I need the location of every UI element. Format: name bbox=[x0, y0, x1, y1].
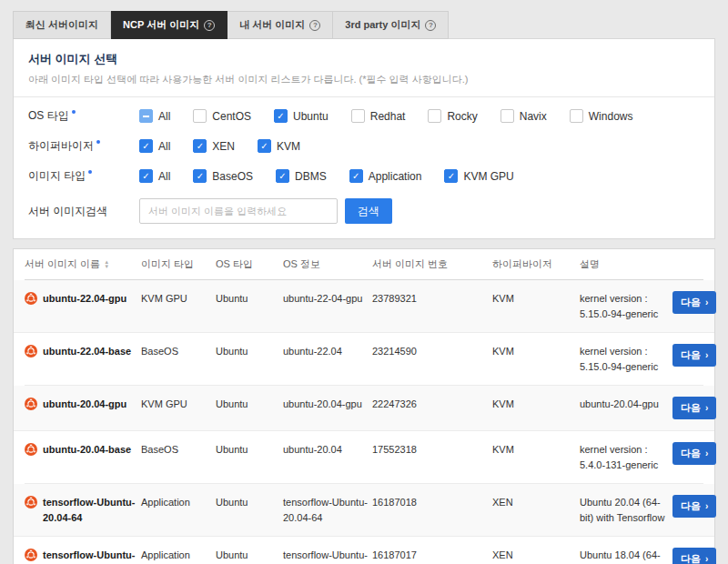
checkbox-option-application[interactable]: Application bbox=[349, 169, 422, 183]
image-name-text: tensorflow-Ubuntu-18.04-64 bbox=[43, 548, 137, 564]
checkbox-box[interactable] bbox=[193, 109, 207, 123]
os-type-cell: Ubuntu bbox=[216, 548, 279, 563]
checkbox-box[interactable] bbox=[351, 109, 365, 123]
checkbox-box[interactable] bbox=[444, 169, 458, 183]
action-cell: 다음 › bbox=[672, 442, 716, 465]
tab-label: NCP 서버 이미지 bbox=[123, 18, 199, 32]
checkbox-option-baseos[interactable]: BaseOS bbox=[193, 169, 253, 183]
checkbox-option-rocky[interactable]: Rocky bbox=[428, 109, 477, 123]
required-mark bbox=[88, 170, 92, 174]
next-button[interactable]: 다음 › bbox=[672, 344, 716, 367]
filter-label: 이미지 타입 bbox=[28, 168, 139, 184]
checkbox-option-navix[interactable]: Navix bbox=[500, 109, 547, 123]
next-button[interactable]: 다음 › bbox=[672, 495, 716, 518]
os-type-cell: Ubuntu bbox=[216, 344, 279, 359]
ubuntu-icon bbox=[25, 398, 37, 410]
checkbox-box[interactable] bbox=[349, 169, 363, 183]
table-row: tensorflow-Ubuntu-20.04-64 Application U… bbox=[14, 484, 714, 537]
sort-icon[interactable]: ▲ ▼ bbox=[104, 260, 109, 269]
checkbox-option-redhat[interactable]: Redhat bbox=[351, 109, 406, 123]
checkbox-box[interactable] bbox=[139, 169, 153, 183]
checkbox-box[interactable] bbox=[193, 169, 207, 183]
checkbox-option-windows[interactable]: Windows bbox=[570, 109, 633, 123]
filter-label: 하이퍼바이저 bbox=[28, 138, 139, 154]
table-row: ubuntu-20.04-base BaseOS Ubuntu ubuntu-2… bbox=[25, 431, 703, 484]
next-button[interactable]: 다음 › bbox=[672, 442, 716, 465]
filter-label-text: 이미지 타입 bbox=[28, 168, 86, 184]
image-name-text: tensorflow-Ubuntu-20.04-64 bbox=[43, 495, 137, 525]
checkbox-option-kvm[interactable]: KVM bbox=[258, 139, 300, 153]
checkbox-label: Rocky bbox=[447, 110, 477, 123]
tab-my-server-image[interactable]: 내 서버 이미지 ? bbox=[228, 11, 333, 39]
column-header-image-type: 이미지 타입 bbox=[141, 257, 212, 271]
chevron-right-icon: › bbox=[705, 501, 708, 511]
checkbox-box[interactable] bbox=[258, 139, 271, 153]
checkbox-box[interactable] bbox=[139, 139, 153, 153]
next-button[interactable]: 다음 › bbox=[672, 548, 716, 564]
next-button[interactable]: 다음 › bbox=[672, 397, 716, 419]
server-image-name: tensorflow-Ubuntu-20.04-64 bbox=[25, 495, 137, 525]
os-info-cell: ubuntu-20.04-gpu bbox=[283, 397, 369, 412]
column-header-name[interactable]: 서버 이미지 이름 ▲ ▼ bbox=[25, 257, 137, 271]
filter-label: 서버 이미지검색 bbox=[28, 204, 139, 219]
os-type-options: All CentOS Ubuntu Redhat Rocky bbox=[139, 109, 632, 123]
checkbox-box[interactable] bbox=[428, 109, 441, 123]
chevron-right-icon: › bbox=[705, 297, 708, 307]
checkbox-box[interactable] bbox=[139, 109, 153, 123]
checkbox-option-dbms[interactable]: DBMS bbox=[276, 169, 327, 183]
next-button-label: 다음 bbox=[681, 348, 701, 362]
checkbox-option-all[interactable]: All bbox=[139, 169, 170, 183]
checkbox-option-ubuntu[interactable]: Ubuntu bbox=[274, 109, 329, 123]
image-no-cell: 16187018 bbox=[372, 495, 489, 510]
hypervisor-cell: XEN bbox=[492, 548, 576, 563]
checkbox-box[interactable] bbox=[500, 109, 514, 123]
description-cell: kernel version : 5.15.0-94-generic bbox=[580, 291, 669, 321]
next-button-label: 다음 bbox=[681, 401, 701, 415]
info-icon[interactable]: ? bbox=[425, 20, 436, 31]
image-name-text: ubuntu-22.04-gpu bbox=[43, 291, 126, 307]
action-cell: 다음 › bbox=[672, 397, 716, 419]
description-cell: Ubuntu 20.04 (64-bit) with Tensorflow bbox=[580, 495, 669, 525]
next-button[interactable]: 다음 › bbox=[672, 291, 716, 314]
checkbox-box[interactable] bbox=[274, 109, 288, 123]
checkbox-option-kvm-gpu[interactable]: KVM GPU bbox=[444, 169, 513, 183]
checkbox-option-centos[interactable]: CentOS bbox=[193, 109, 251, 123]
filter-label-text: OS 타입 bbox=[28, 108, 69, 124]
checkbox-label: Application bbox=[369, 170, 422, 183]
image-type-cell: Application bbox=[141, 495, 212, 510]
ubuntu-icon bbox=[25, 292, 37, 305]
table-row: tensorflow-Ubuntu-18.04-64 Application U… bbox=[25, 537, 703, 564]
action-cell: 다음 › bbox=[672, 291, 716, 314]
checkbox-label: CentOS bbox=[212, 110, 251, 123]
required-mark bbox=[72, 110, 76, 114]
checkbox-box[interactable] bbox=[570, 109, 583, 123]
panel-title: 서버 이미지 선택 bbox=[28, 51, 700, 67]
hypervisor-cell: KVM bbox=[492, 397, 576, 412]
filter-row-image-type: 이미지 타입 All BaseOS DBMS Applica bbox=[28, 161, 700, 191]
hypervisor-cell: XEN bbox=[492, 495, 576, 510]
info-icon[interactable]: ? bbox=[204, 20, 215, 31]
server-image-search-input[interactable] bbox=[139, 198, 338, 224]
description-cell: kernel version : 5.15.0-94-generic bbox=[580, 344, 669, 374]
action-cell: 다음 › bbox=[672, 548, 716, 564]
tab-3rd-party-image[interactable]: 3rd party 이미지 ? bbox=[333, 11, 449, 39]
checkbox-option-all[interactable]: All bbox=[139, 109, 170, 123]
column-header-hypervisor: 하이퍼바이저 bbox=[492, 257, 576, 271]
search-button[interactable]: 검색 bbox=[345, 198, 392, 224]
checkbox-box[interactable] bbox=[193, 139, 207, 153]
checkbox-box[interactable] bbox=[276, 169, 289, 183]
os-type-cell: Ubuntu bbox=[216, 397, 279, 412]
chevron-right-icon: › bbox=[705, 554, 708, 564]
tab-ncp-server-image[interactable]: NCP 서버 이미지 ? bbox=[111, 11, 228, 39]
hypervisor-cell: KVM bbox=[492, 442, 576, 458]
search-label-text: 서버 이미지검색 bbox=[28, 204, 107, 219]
image-name-text: ubuntu-20.04-gpu bbox=[43, 397, 126, 412]
os-info-cell: ubuntu-20.04 bbox=[283, 442, 369, 458]
info-icon[interactable]: ? bbox=[309, 20, 320, 31]
table-header-row: 서버 이미지 이름 ▲ ▼ 이미지 타입 OS 타입 OS 정보 서버 이미지 … bbox=[25, 249, 703, 280]
checkbox-label: Windows bbox=[589, 110, 633, 123]
tab-latest-server-image[interactable]: 최신 서버이미지 bbox=[13, 11, 111, 39]
checkbox-option-xen[interactable]: XEN bbox=[193, 139, 235, 153]
checkbox-option-all[interactable]: All bbox=[139, 139, 170, 153]
next-button-label: 다음 bbox=[681, 447, 701, 460]
